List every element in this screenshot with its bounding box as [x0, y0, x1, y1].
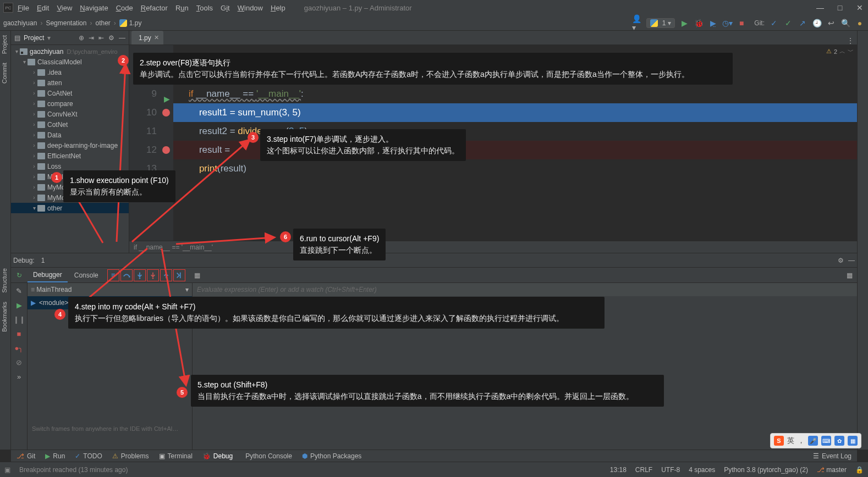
stop-program-icon[interactable]: ■	[15, 329, 24, 338]
menu-file[interactable]: File	[18, 4, 29, 12]
step-into-button[interactable]	[134, 269, 146, 281]
tab-event-log[interactable]: ☰Event Log	[813, 452, 851, 460]
breadcrumb-other[interactable]: other	[95, 19, 110, 27]
tab-console[interactable]: Console	[69, 269, 104, 282]
tab-git[interactable]: ⎇Git	[17, 452, 35, 460]
tab-debugger[interactable]: Debugger	[28, 268, 68, 282]
tree-folder[interactable]: ›CoAtNet	[11, 88, 129, 98]
editor-context-breadcrumb[interactable]: if __name__ == '__main__'	[129, 241, 857, 253]
hide-icon[interactable]: —	[119, 34, 125, 42]
evaluate-expression-button[interactable]: ▦	[194, 271, 200, 279]
ime-toolbar[interactable]: S 英 ， 🎤 ⌨ ✿ ▦	[770, 433, 861, 448]
breadcrumb-file[interactable]: 1.py	[129, 19, 142, 27]
tab-debug[interactable]: 🐞Debug	[202, 452, 233, 460]
frames-thread-select[interactable]: ≡ MainThread ▾	[28, 283, 192, 296]
tree-folder[interactable]: ›deep-learning-for-image	[11, 140, 129, 151]
debug-more-icon[interactable]: »	[15, 372, 24, 381]
menu-window[interactable]: Window	[238, 4, 263, 12]
tab-todo[interactable]: ✓TODO	[75, 452, 102, 460]
profile-button[interactable]: ◷▾	[722, 18, 732, 28]
step-into-my-code-button[interactable]	[147, 269, 159, 281]
tree-folder[interactable]: ▾ClassicalModel	[11, 57, 129, 67]
status-encoding[interactable]: UTF-8	[661, 466, 680, 474]
evaluate-input[interactable]: Evaluate expression (Enter) or add a wat…	[193, 283, 857, 296]
menu-refactor[interactable]: Refactor	[141, 4, 168, 12]
tool-tab-project[interactable]: Project	[0, 31, 9, 58]
tree-folder[interactable]: ›Data	[11, 130, 129, 140]
coverage-button[interactable]: ▶̤	[708, 18, 718, 28]
menu-code[interactable]: Code	[116, 4, 133, 12]
project-tree[interactable]: ▾ gaozhiyuan D:\pycharm_enviro ▾Classica…	[11, 45, 129, 253]
expand-all-icon[interactable]: ⇥	[89, 34, 94, 42]
step-out-button[interactable]	[160, 269, 172, 281]
editor-tab[interactable]: 1.py ✕	[131, 31, 163, 45]
debug-button[interactable]: 🐞	[694, 18, 704, 28]
collapse-all-icon[interactable]: ⇤	[98, 34, 104, 42]
debug-layout-icon[interactable]: ▦	[847, 271, 857, 279]
close-button[interactable]: ✕	[855, 3, 865, 12]
breadcrumb-seg[interactable]: Segmentation	[46, 19, 86, 27]
tree-folder[interactable]: ›compare	[11, 98, 129, 109]
ime-lang[interactable]: 英	[787, 436, 794, 446]
menu-tools[interactable]: Tools	[196, 4, 213, 12]
ide-updates-icon[interactable]: ●	[855, 18, 865, 28]
select-opened-icon[interactable]: ⊕	[79, 34, 84, 42]
tab-run[interactable]: ▶Run	[45, 452, 65, 460]
git-commit-icon[interactable]: ✓	[783, 18, 793, 28]
tree-folder[interactable]: ›atten	[11, 77, 129, 88]
tree-folder-selected[interactable]: ▾other	[11, 203, 129, 213]
git-revert-icon[interactable]: ↩	[826, 18, 836, 28]
git-push-icon[interactable]: ↗	[798, 18, 807, 28]
breadcrumb-root[interactable]: gaozhiyuan	[3, 19, 37, 27]
tool-window-quick-access-icon[interactable]: ▣	[4, 466, 10, 474]
search-everywhere-icon[interactable]: 🔍	[840, 18, 850, 28]
menu-help[interactable]: Help	[271, 4, 285, 12]
show-execution-point-button[interactable]: ≡	[107, 269, 119, 281]
tool-tab-commit[interactable]: Commit	[0, 58, 9, 88]
ime-toolbox-icon[interactable]: ▦	[848, 436, 858, 446]
git-update-icon[interactable]: ✓	[769, 18, 779, 28]
minimize-button[interactable]: —	[815, 3, 825, 12]
user-icon[interactable]: 👤▾	[632, 18, 642, 28]
maximize-button[interactable]: □	[835, 3, 845, 12]
status-line-sep[interactable]: CRLF	[635, 466, 652, 474]
tab-terminal[interactable]: ▣Terminal	[159, 452, 193, 460]
debug-hide-icon[interactable]: —	[848, 257, 855, 264]
menu-run[interactable]: Run	[175, 4, 189, 12]
run-to-cursor-button[interactable]	[173, 269, 185, 281]
rerun-icon[interactable]: ↻	[17, 271, 22, 279]
step-over-button[interactable]	[120, 269, 133, 281]
debug-settings-icon[interactable]: ⚙	[838, 257, 844, 264]
tab-python-console[interactable]: Python Console	[243, 452, 292, 460]
view-breakpoints-icon[interactable]: ●╮	[15, 343, 24, 352]
menu-view[interactable]: View	[57, 4, 72, 12]
editor-tab-menu[interactable]: ⋮	[847, 37, 857, 45]
status-indent[interactable]: 4 spaces	[689, 466, 715, 474]
tool-tab-bookmarks[interactable]: Bookmarks	[0, 297, 9, 336]
tree-folder[interactable]: ›CotNet	[11, 119, 129, 130]
menu-navigate[interactable]: Navigate	[80, 4, 108, 12]
run-button[interactable]: ▶	[679, 18, 689, 28]
close-tab-icon[interactable]: ✕	[154, 34, 159, 41]
status-caret-pos[interactable]: 13:18	[610, 466, 627, 474]
tool-tab-structure[interactable]: Structure	[0, 264, 9, 297]
menu-git[interactable]: Git	[221, 4, 230, 12]
git-history-icon[interactable]: 🕘	[812, 18, 822, 28]
tree-root[interactable]: ▾ gaozhiyuan D:\pycharm_enviro	[11, 46, 129, 57]
pause-program-icon[interactable]: ❙❙	[15, 315, 24, 324]
resume-program-icon[interactable]: ▶	[15, 301, 24, 309]
ime-voice-icon[interactable]: 🎤	[808, 436, 818, 446]
tree-folder[interactable]: ›EfficientNet	[11, 151, 129, 161]
ime-keyboard-icon[interactable]: ⌨	[821, 436, 831, 446]
settings-icon[interactable]: ⚙	[108, 34, 114, 42]
modify-run-config-icon[interactable]: ✎	[15, 286, 24, 295]
tab-python-packages[interactable]: ⬢Python Packages	[302, 452, 361, 460]
mute-breakpoints-icon[interactable]: ⊘	[15, 358, 24, 367]
tree-folder[interactable]: ›.idea	[11, 67, 129, 77]
run-config-select[interactable]: 1 ▾	[646, 18, 675, 28]
status-interpreter[interactable]: Python 3.8 (pytorch_gao) (2)	[724, 466, 808, 474]
lock-icon[interactable]: 🔒	[855, 466, 864, 474]
tab-problems[interactable]: ⚠Problems	[112, 452, 149, 460]
ime-punct[interactable]: ，	[798, 436, 805, 446]
stop-button[interactable]: ■	[737, 18, 746, 28]
